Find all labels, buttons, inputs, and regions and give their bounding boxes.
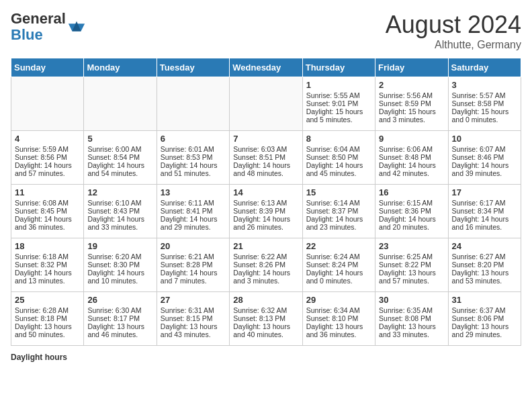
table-row: 14Sunrise: 6:13 AMSunset: 8:39 PMDayligh… <box>230 185 302 238</box>
day-info: Sunrise: 6:11 AM <box>161 199 226 207</box>
day-number: 12 <box>87 187 152 197</box>
table-row: 13Sunrise: 6:11 AMSunset: 8:41 PMDayligh… <box>157 185 229 238</box>
day-info: Daylight: 14 hours <box>306 215 371 223</box>
day-info: Sunset: 8:15 PM <box>161 314 226 322</box>
day-number: 18 <box>15 241 80 251</box>
day-info: Sunset: 8:32 PM <box>15 261 80 269</box>
day-info: and 0 minutes. <box>306 277 371 285</box>
table-row: 2Sunrise: 5:56 AMSunset: 8:59 PMDaylight… <box>375 77 448 131</box>
table-row: 22Sunrise: 6:24 AMSunset: 8:24 PMDayligh… <box>302 238 375 292</box>
day-info: Sunrise: 6:25 AM <box>379 253 444 261</box>
day-info: Daylight: 14 hours <box>306 161 371 169</box>
day-number: 9 <box>379 134 444 144</box>
day-info: and 3 minutes. <box>233 277 298 285</box>
table-row: 25Sunrise: 6:28 AMSunset: 8:18 PMDayligh… <box>11 292 84 346</box>
day-info: and 3 minutes. <box>379 116 444 124</box>
day-info: Sunset: 8:13 PM <box>233 314 298 322</box>
day-info: Sunrise: 5:59 AM <box>15 145 80 153</box>
day-info: and 20 minutes. <box>379 223 444 231</box>
day-info: Sunrise: 6:04 AM <box>306 145 371 153</box>
footer: Daylight hours <box>11 353 521 362</box>
day-info: Sunrise: 6:13 AM <box>233 199 298 207</box>
table-row: 11Sunrise: 6:08 AMSunset: 8:45 PMDayligh… <box>11 185 84 238</box>
day-info: Sunset: 8:06 PM <box>452 314 517 322</box>
day-info: Sunset: 8:54 PM <box>87 153 152 161</box>
day-number: 31 <box>452 295 517 305</box>
day-info: Sunset: 8:43 PM <box>87 207 152 215</box>
day-number: 23 <box>379 241 444 251</box>
day-number: 11 <box>15 187 80 197</box>
title-block: August 2024 Althutte, Germany <box>386 11 521 51</box>
day-info: and 5 minutes. <box>306 116 371 124</box>
day-info: and 57 minutes. <box>379 277 444 285</box>
day-info: and 16 minutes. <box>452 223 517 231</box>
day-info: Sunrise: 6:08 AM <box>15 199 80 207</box>
day-info: Daylight: 14 hours <box>161 161 226 169</box>
day-info: Sunrise: 6:15 AM <box>379 199 444 207</box>
day-number: 3 <box>452 80 517 90</box>
day-info: Sunset: 8:50 PM <box>306 153 371 161</box>
day-number: 26 <box>87 295 152 305</box>
day-number: 28 <box>233 295 298 305</box>
table-row: 7Sunrise: 6:03 AMSunset: 8:51 PMDaylight… <box>230 131 302 185</box>
day-info: and 13 minutes. <box>15 277 80 285</box>
table-row: 29Sunrise: 6:34 AMSunset: 8:10 PMDayligh… <box>302 292 375 346</box>
day-number: 7 <box>233 134 298 144</box>
day-info: Daylight: 15 hours <box>379 107 444 116</box>
logo-general: General <box>11 10 66 27</box>
day-header-monday: Monday <box>84 58 157 77</box>
day-number: 4 <box>15 134 80 144</box>
day-info: Sunset: 8:41 PM <box>161 207 226 215</box>
day-info: Sunrise: 6:28 AM <box>15 306 80 314</box>
day-info: Sunrise: 6:31 AM <box>161 306 226 314</box>
day-info: Sunrise: 6:17 AM <box>452 199 517 207</box>
day-number: 13 <box>161 187 226 197</box>
day-info: Daylight: 15 hours <box>306 107 371 116</box>
day-info: Sunset: 8:17 PM <box>87 314 152 322</box>
day-number: 22 <box>306 241 371 251</box>
day-info: Daylight: 14 hours <box>233 269 298 277</box>
day-info: Sunrise: 6:18 AM <box>15 253 80 261</box>
day-info: and 50 minutes. <box>15 330 80 338</box>
day-number: 16 <box>379 187 444 197</box>
day-info: and 46 minutes. <box>87 330 152 338</box>
day-info: and 40 minutes. <box>233 330 298 338</box>
day-info: Daylight: 14 hours <box>379 161 444 169</box>
day-info: and 29 minutes. <box>452 330 517 338</box>
table-row: 16Sunrise: 6:15 AMSunset: 8:36 PMDayligh… <box>375 185 448 238</box>
table-row: 19Sunrise: 6:20 AMSunset: 8:30 PMDayligh… <box>84 238 157 292</box>
day-info: Daylight: 13 hours <box>379 322 444 330</box>
day-info: Daylight: 14 hours <box>161 269 226 277</box>
day-number: 19 <box>87 241 152 251</box>
day-number: 30 <box>379 295 444 305</box>
day-info: Sunrise: 6:24 AM <box>306 253 371 261</box>
day-info: Daylight: 14 hours <box>15 269 80 277</box>
day-info: Sunset: 8:18 PM <box>15 314 80 322</box>
day-info: Sunset: 8:20 PM <box>452 261 517 269</box>
day-info: and 48 minutes. <box>233 169 298 177</box>
day-info: Sunrise: 6:34 AM <box>306 306 371 314</box>
day-info: Sunset: 8:10 PM <box>306 314 371 322</box>
table-row: 27Sunrise: 6:31 AMSunset: 8:15 PMDayligh… <box>157 292 229 346</box>
table-row: 1Sunrise: 5:55 AMSunset: 9:01 PMDaylight… <box>302 77 375 131</box>
day-info: Daylight: 13 hours <box>87 322 152 330</box>
day-info: and 45 minutes. <box>306 169 371 177</box>
day-info: Sunrise: 6:03 AM <box>233 145 298 153</box>
table-row: 24Sunrise: 6:27 AMSunset: 8:20 PMDayligh… <box>448 238 521 292</box>
day-info: Daylight: 14 hours <box>379 215 444 223</box>
table-row: 26Sunrise: 6:30 AMSunset: 8:17 PMDayligh… <box>84 292 157 346</box>
day-info: Daylight: 14 hours <box>452 215 517 223</box>
day-number: 8 <box>306 134 371 144</box>
day-info: Daylight: 15 hours <box>452 107 517 116</box>
table-row: 23Sunrise: 6:25 AMSunset: 8:22 PMDayligh… <box>375 238 448 292</box>
day-info: Daylight: 13 hours <box>306 322 371 330</box>
table-row <box>11 77 84 131</box>
logo-blue: Blue <box>11 26 43 43</box>
day-number: 2 <box>379 80 444 90</box>
day-info: Daylight: 14 hours <box>15 161 80 169</box>
day-info: Sunrise: 5:57 AM <box>452 91 517 99</box>
day-info: Sunrise: 6:22 AM <box>233 253 298 261</box>
day-info: Daylight: 14 hours <box>15 215 80 223</box>
day-info: Sunrise: 6:07 AM <box>452 145 517 153</box>
day-header-thursday: Thursday <box>302 58 375 77</box>
